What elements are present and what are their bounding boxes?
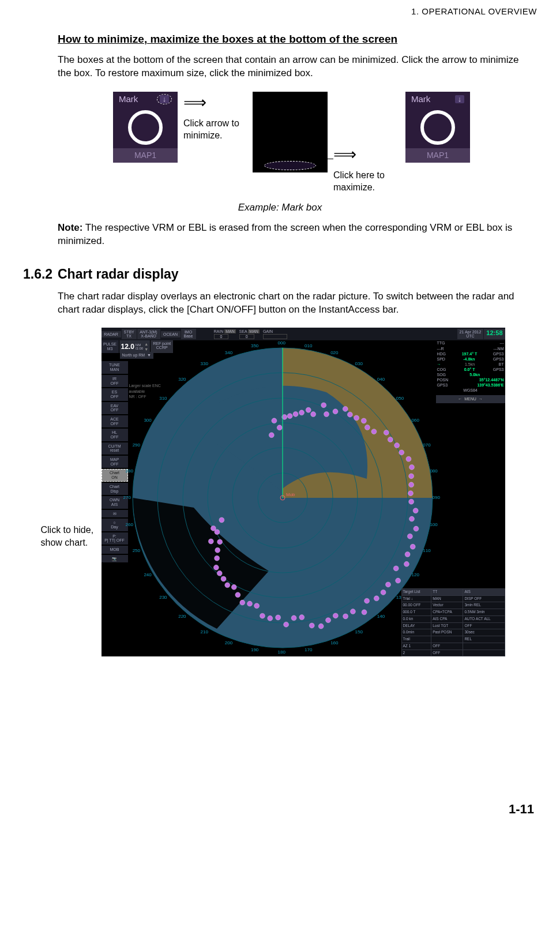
svg-point-32 bbox=[408, 482, 414, 487]
left-sidebar: TUNE MANIR OFFES OFFEAV OFFACE OFFHL OFF… bbox=[102, 360, 128, 656]
svg-point-53 bbox=[318, 624, 324, 629]
sidebar-btn-cu-tm-reset[interactable]: CU/TM reset bbox=[102, 442, 128, 455]
sidebar-btn-es-off[interactable]: ES OFF bbox=[102, 388, 128, 400]
svg-point-47 bbox=[364, 599, 369, 604]
imo-label: IMO Base bbox=[181, 329, 196, 339]
sidebar-btn-p-p-tt-off[interactable]: P: P| TT| OFF bbox=[102, 532, 128, 545]
svg-point-20 bbox=[347, 412, 352, 418]
stby-tx-button[interactable]: STBY TX bbox=[122, 329, 137, 339]
sidebar-btn-tune-man[interactable]: TUNE MAN bbox=[102, 361, 128, 373]
mark-box-after[interactable]: Mark ↓ MAP1 bbox=[405, 92, 470, 163]
date-label: 21 Apr 2012UTC bbox=[457, 329, 484, 339]
svg-point-22 bbox=[361, 418, 366, 423]
bearing-220: 220 bbox=[178, 614, 186, 620]
bearing-190: 190 bbox=[251, 647, 258, 654]
svg-point-49 bbox=[350, 609, 355, 614]
svg-point-73 bbox=[208, 539, 213, 544]
sidebar-btn--day[interactable]: ☼ Day bbox=[102, 519, 128, 531]
menu-button[interactable]: ← MENU → bbox=[436, 395, 505, 403]
sidebar-btn--[interactable]: ✉ bbox=[102, 510, 128, 518]
svg-point-48 bbox=[362, 610, 367, 615]
svg-point-52 bbox=[325, 618, 330, 623]
bearing-250: 250 bbox=[133, 548, 140, 554]
sidebar-btn-mob[interactable]: MOB bbox=[102, 546, 128, 554]
svg-point-50 bbox=[343, 614, 348, 619]
svg-point-9 bbox=[277, 425, 282, 430]
map-label: MAP1 bbox=[113, 148, 178, 163]
bearing-200: 200 bbox=[225, 640, 232, 647]
target-data-table: Target ListTTAISTrial ↓MANDISP OFF00.00 … bbox=[401, 588, 505, 657]
bearing-340: 340 bbox=[225, 350, 232, 356]
bearing-320: 320 bbox=[178, 377, 186, 383]
bearing-260: 260 bbox=[126, 522, 133, 528]
radar-plot[interactable]: Mob 340350000010020330030320040310050300… bbox=[130, 340, 435, 655]
svg-point-12 bbox=[293, 412, 298, 417]
bearing-080: 080 bbox=[430, 468, 437, 475]
svg-point-64 bbox=[235, 592, 240, 598]
rain-control[interactable]: RAIN MAN0 bbox=[214, 329, 236, 340]
section-title-chart-radar: Chart radar display bbox=[58, 265, 179, 283]
minimized-box[interactable] bbox=[253, 92, 328, 172]
bearing-210: 210 bbox=[201, 629, 208, 636]
bearing-170: 170 bbox=[305, 647, 312, 654]
ocean-label[interactable]: OCEAN bbox=[161, 331, 181, 337]
mark-box-before[interactable]: Mark ↓ MAP1 bbox=[113, 92, 178, 163]
mark-label: Mark bbox=[119, 93, 138, 105]
radar-display: RADAR STBY TX ANT-3(M) X-BAND OCEAN IMO … bbox=[102, 328, 505, 656]
bearing-280: 280 bbox=[126, 468, 133, 475]
bearing-230: 230 bbox=[159, 595, 167, 601]
bearing-120: 120 bbox=[412, 572, 419, 579]
pulse-button[interactable]: PULSE M3 bbox=[102, 340, 119, 352]
sidebar-btn-eav-off[interactable]: EAV OFF bbox=[102, 402, 128, 414]
arrow-right-icon: ⟹ bbox=[333, 144, 356, 166]
sidebar-btn-map-off[interactable]: MAP OFF bbox=[102, 456, 128, 468]
sidebar-btn-chart-on[interactable]: Chart ON bbox=[102, 469, 128, 481]
gain-control[interactable]: GAIN bbox=[263, 329, 287, 340]
sea-control[interactable]: SEA MAN0 bbox=[239, 329, 260, 340]
bearing-090: 090 bbox=[433, 495, 440, 501]
svg-point-41 bbox=[404, 562, 409, 567]
sidebar-btn-chart-disp[interactable]: Chart Disp bbox=[102, 483, 128, 495]
arrow-down-icon[interactable]: ↓ bbox=[455, 95, 464, 103]
svg-point-17 bbox=[324, 412, 329, 417]
svg-point-76 bbox=[219, 517, 224, 523]
bearing-010: 010 bbox=[305, 343, 312, 350]
bearing-330: 330 bbox=[201, 361, 208, 367]
sidebar-btn-ir-off[interactable]: IR OFF bbox=[102, 375, 128, 387]
arrow-down-icon[interactable]: ↓ bbox=[160, 95, 169, 103]
antenna-label[interactable]: ANT-3(M) X-BAND bbox=[137, 329, 160, 339]
svg-point-75 bbox=[211, 526, 216, 531]
svg-point-13 bbox=[299, 410, 304, 415]
bearing-350: 350 bbox=[251, 343, 258, 350]
svg-point-16 bbox=[321, 403, 326, 408]
svg-point-31 bbox=[408, 474, 414, 479]
time-label: 12:58 bbox=[484, 329, 505, 339]
svg-point-19 bbox=[343, 407, 348, 412]
svg-point-33 bbox=[408, 491, 413, 496]
minimize-arrow-highlight: ↓ bbox=[157, 94, 172, 104]
section-para-chart-radar: The chart radar display overlays an elec… bbox=[58, 290, 531, 317]
bearing-140: 140 bbox=[377, 614, 385, 620]
sidebar-btn--[interactable]: 📷 bbox=[102, 555, 128, 563]
bearing-030: 030 bbox=[355, 361, 363, 367]
svg-point-34 bbox=[408, 500, 414, 505]
svg-point-44 bbox=[385, 582, 390, 587]
radar-mode-label[interactable]: RADAR bbox=[102, 331, 121, 337]
chapter-header: 1. OPERATIONAL OVERVIEW bbox=[23, 6, 537, 17]
maximize-click-area-highlight bbox=[264, 161, 316, 170]
svg-point-38 bbox=[407, 534, 412, 539]
sidebar-btn-hl-off[interactable]: HL OFF bbox=[102, 429, 128, 441]
svg-point-27 bbox=[394, 443, 399, 448]
sidebar-btn-ace-off[interactable]: ACE OFF bbox=[102, 415, 128, 427]
connector-line bbox=[322, 159, 333, 159]
svg-point-18 bbox=[333, 409, 338, 414]
map-label: MAP1 bbox=[405, 148, 470, 163]
svg-point-71 bbox=[215, 548, 220, 553]
svg-point-40 bbox=[405, 552, 410, 557]
bearing-060: 060 bbox=[412, 418, 419, 424]
svg-point-35 bbox=[413, 508, 418, 513]
svg-point-39 bbox=[410, 545, 415, 550]
arrow-right-icon: ⟹ bbox=[183, 92, 206, 114]
bearing-020: 020 bbox=[330, 350, 338, 356]
svg-point-15 bbox=[310, 412, 315, 417]
